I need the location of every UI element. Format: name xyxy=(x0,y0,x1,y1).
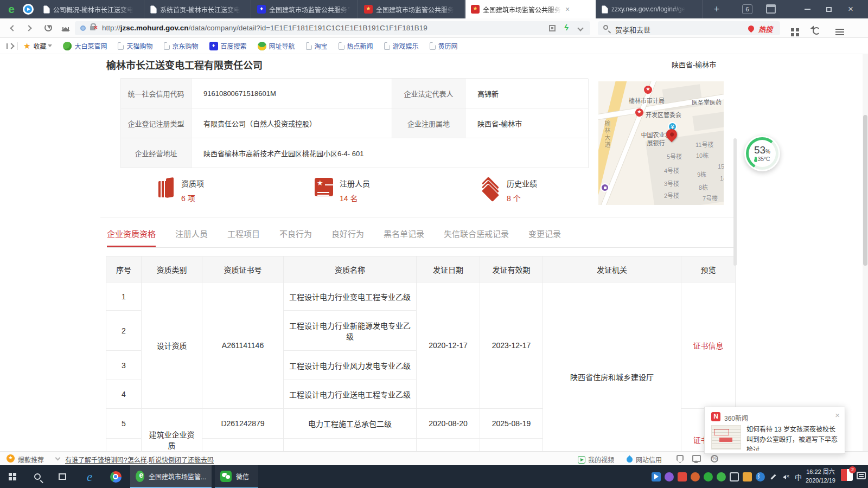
tab-title: zzxy.nea.gov.cn/login#/ge xyxy=(611,5,685,13)
recommend-label[interactable]: 爆款推荐 xyxy=(18,455,44,464)
hot-search-label[interactable]: 热搜 xyxy=(758,24,773,34)
navigator-icon[interactable] xyxy=(23,4,34,15)
battery-icon[interactable] xyxy=(730,472,739,481)
bookmark-nav[interactable]: 网址导航 xyxy=(258,41,295,50)
tab-jzsc-2[interactable]: 全国建筑市场监管公共服务 xyxy=(359,0,465,18)
tab-enterprise-qualification[interactable]: 企业资质资格 xyxy=(107,228,156,247)
recently-closed-icon[interactable] xyxy=(766,4,776,14)
forward-button[interactable] xyxy=(25,23,36,34)
favorites-caret-icon[interactable] xyxy=(48,44,52,49)
menu-button[interactable] xyxy=(835,23,846,34)
zoom-button[interactable] xyxy=(711,455,718,463)
bookmark-baidu[interactable]: 百度搜索 xyxy=(209,41,247,50)
news-text[interactable]: 如何看待 13 岁女孩深夜被校长叫到办公室殴打，被逼写下早恋检讨... xyxy=(746,425,840,451)
active-browser-app[interactable]: 全国建筑市场监管... xyxy=(130,465,212,488)
location-map[interactable]: 榆林市审计局 医圣堂医药 开发区管委会 ¥ 中国农业发展银行 榆林大道 11号楼… xyxy=(598,81,724,205)
certificate-info-link[interactable]: 证书信息 xyxy=(681,282,736,409)
site-info-icon[interactable] xyxy=(80,25,86,31)
tray-wechat-icon[interactable] xyxy=(704,472,713,481)
tab-company-overview[interactable]: 公司概况-榆林市长江送变电 xyxy=(38,0,144,18)
url-dropdown-icon[interactable] xyxy=(577,25,583,31)
wechat-app[interactable]: 微信 xyxy=(215,465,258,488)
tab-count-badge[interactable]: 6 xyxy=(742,4,752,14)
input-method-indicator[interactable]: 中 xyxy=(795,472,802,482)
nav-site-icon xyxy=(258,42,266,50)
hot-topic-link[interactable]: 有谁了解千锋培训吗?怎么样,听说快倒闭了还能去吗 xyxy=(65,455,214,464)
bookmark-huangli[interactable]: 黄历网 xyxy=(430,41,458,50)
bookmark-news[interactable]: 热点新闻 xyxy=(339,41,373,50)
seq-cell: 1 xyxy=(106,282,142,311)
stat-history-performance[interactable]: 历史业绩8 个 xyxy=(481,178,537,203)
sidebar-expand-icon[interactable] xyxy=(7,43,12,49)
task-view-button[interactable] xyxy=(50,465,75,488)
tray-app-icon[interactable] xyxy=(665,472,674,481)
start-button[interactable] xyxy=(0,465,25,488)
popup-close-icon[interactable]: × xyxy=(835,410,840,420)
search-query[interactable]: 贺孝和去世 xyxy=(615,24,650,35)
action-center-icon[interactable] xyxy=(857,472,866,479)
undo-button[interactable] xyxy=(813,23,824,34)
pen-icon[interactable] xyxy=(769,472,778,481)
favorites-label[interactable]: 收藏 xyxy=(33,41,46,50)
new-tab-button[interactable]: + xyxy=(710,3,724,16)
back-button[interactable] xyxy=(8,23,18,34)
apps-grid-button[interactable] xyxy=(791,23,802,34)
bookmark-dabaicai[interactable]: 大白菜官网 xyxy=(63,41,107,50)
minimize-button[interactable] xyxy=(796,0,818,18)
tab-registered-personnel[interactable]: 注册人员 xyxy=(175,228,208,247)
minimize-icon xyxy=(805,9,810,10)
speed-mode-icon[interactable]: ϟ xyxy=(564,23,569,32)
refresh-button[interactable] xyxy=(43,23,54,34)
tray-media-icon[interactable] xyxy=(652,472,661,481)
tab-jzsc-1[interactable]: 全国建筑市场监管公共服务平 xyxy=(252,0,358,18)
search-box[interactable]: 贺孝和去世 热搜 xyxy=(598,21,780,35)
stat-qualifications[interactable]: 资质项6 项 xyxy=(157,178,204,203)
tab-nea-login[interactable]: zzxy.nea.gov.cn/login#/ge xyxy=(596,0,703,18)
flame-icon xyxy=(747,24,756,33)
bookmark-jd[interactable]: 京东购物 xyxy=(164,41,199,50)
tab-projects[interactable]: 工程项目 xyxy=(227,228,260,247)
bookmark-taobao[interactable]: 淘宝 xyxy=(306,41,328,50)
tray-app-icon[interactable] xyxy=(743,472,752,481)
my-videos-button[interactable]: 我的视频 xyxy=(578,455,614,464)
tray-security-icon[interactable] xyxy=(717,472,726,481)
address-bar[interactable]: http://jzsc.mohurd.gov.cn/data/company/d… xyxy=(75,21,590,35)
volume-muted-icon[interactable] xyxy=(782,472,791,481)
taskbar-search-button[interactable] xyxy=(25,465,50,488)
site-credit-button[interactable]: 网站信用 xyxy=(627,455,662,464)
chrome-taskbar-button[interactable] xyxy=(103,465,128,488)
bookmark-games[interactable]: 游戏娱乐 xyxy=(384,41,419,50)
tab-change-records[interactable]: 变更记录 xyxy=(528,228,561,247)
tab-system-home[interactable]: 系统首页-榆林市长江送变电 xyxy=(145,0,251,18)
tab-bad-behavior[interactable]: 不良行为 xyxy=(279,228,312,247)
bookmark-tmall[interactable]: 天猫购物 xyxy=(118,41,152,50)
tab-blacklist[interactable]: 黑名单记录 xyxy=(384,228,424,247)
shield-button[interactable] xyxy=(676,455,684,463)
close-button[interactable]: × xyxy=(840,0,861,18)
bluetooth-icon[interactable] xyxy=(756,472,765,481)
ie-taskbar-button[interactable]: e xyxy=(77,465,102,488)
tab-close-icon[interactable]: × xyxy=(565,5,570,13)
qr-code-icon[interactable] xyxy=(549,25,556,31)
info-label: 企业注册属地 xyxy=(392,108,465,138)
image-toggle-button[interactable] xyxy=(692,455,701,462)
inner-scrollbar-thumb[interactable] xyxy=(733,138,737,266)
taskbar-clock[interactable]: 16:22 周六 2020/12/19 xyxy=(806,465,835,488)
tab-jzsc-active[interactable]: 全国建筑市场监管公共服务 × xyxy=(465,0,596,18)
news-thumbnail[interactable] xyxy=(711,425,741,450)
favorites-star-icon[interactable]: ★ xyxy=(23,41,30,51)
home-button[interactable] xyxy=(61,23,72,34)
tray-app-icon[interactable] xyxy=(678,472,687,481)
scrollbar-thumb[interactable] xyxy=(863,115,867,266)
url-text[interactable]: http://jzsc.mohurd.gov.cn/data/company/d… xyxy=(102,24,427,32)
speed-ball-widget[interactable]: 53% 35°C xyxy=(744,136,780,171)
page-scrollbar[interactable] xyxy=(863,54,868,451)
notification-app-icon[interactable]: 2 xyxy=(841,469,853,481)
stat-registered-personnel[interactable]: 注册人员14 名 xyxy=(315,178,370,203)
tab-good-behavior[interactable]: 良好行为 xyxy=(331,228,364,247)
qual-name-cell xyxy=(284,439,417,452)
browser-logo-icon[interactable]: e xyxy=(5,3,17,15)
tab-dishonesty-records[interactable]: 失信联合惩戒记录 xyxy=(444,228,509,247)
tray-app-icon[interactable] xyxy=(691,472,700,481)
maximize-button[interactable] xyxy=(818,0,840,18)
